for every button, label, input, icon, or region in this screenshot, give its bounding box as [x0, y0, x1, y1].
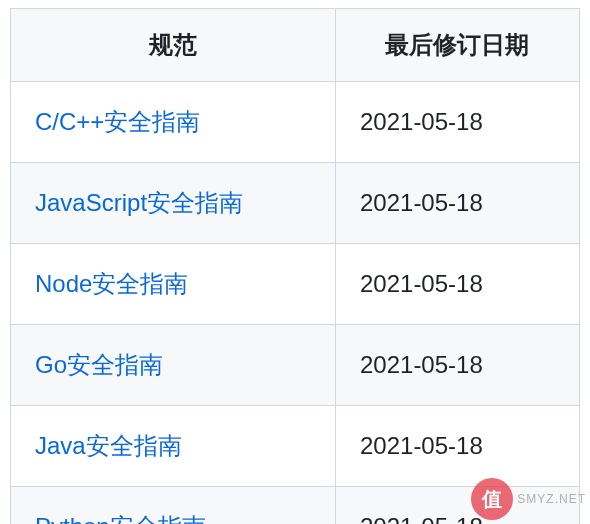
header-date: 最后修订日期: [335, 9, 579, 82]
guide-date: 2021-05-18: [335, 244, 579, 325]
guide-date: 2021-05-18: [335, 82, 579, 163]
table-row: Go安全指南 2021-05-18: [11, 325, 580, 406]
table-row: Java安全指南 2021-05-18: [11, 406, 580, 487]
guide-link[interactable]: Go安全指南: [35, 351, 163, 378]
guide-link[interactable]: JavaScript安全指南: [35, 189, 243, 216]
guide-date: 2021-05-18: [335, 406, 579, 487]
watermark-badge-icon: 值: [471, 478, 513, 520]
guide-link[interactable]: Java安全指南: [35, 432, 182, 459]
guide-link[interactable]: C/C++安全指南: [35, 108, 200, 135]
table-row: JavaScript安全指南 2021-05-18: [11, 163, 580, 244]
security-guide-table: 规范 最后修订日期 C/C++安全指南 2021-05-18 JavaScrip…: [10, 8, 580, 524]
table-row: C/C++安全指南 2021-05-18: [11, 82, 580, 163]
watermark-text: SMYZ.NET: [517, 492, 586, 506]
header-spec: 规范: [11, 9, 336, 82]
guide-link[interactable]: Node安全指南: [35, 270, 188, 297]
guide-date: 2021-05-18: [335, 325, 579, 406]
guide-date: 2021-05-18: [335, 163, 579, 244]
watermark: 值 SMYZ.NET: [471, 478, 586, 520]
guide-link[interactable]: Python安全指南: [35, 513, 206, 524]
table-row: Node安全指南 2021-05-18: [11, 244, 580, 325]
